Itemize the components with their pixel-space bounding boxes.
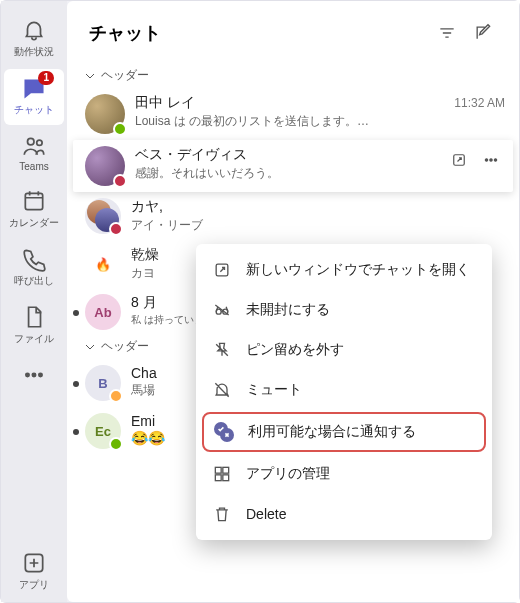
menu-notify-when-available[interactable]: 利用可能な場合に通知する xyxy=(202,412,486,452)
menu-label: 未開封にする xyxy=(246,301,330,319)
chat-time: 11:32 AM xyxy=(454,96,505,110)
compose-icon xyxy=(473,23,493,43)
chat-item[interactable]: カヤ, アイ・リーブ xyxy=(67,192,519,240)
apps-grid-icon xyxy=(212,464,232,484)
panel-header: チャット xyxy=(67,1,519,65)
rail-calls-label: 呼び出し xyxy=(14,274,54,288)
chat-name: ベス・デイヴィス xyxy=(135,146,429,164)
rail-apps[interactable]: アプリ xyxy=(4,544,64,602)
unpin-icon xyxy=(212,340,232,360)
rail-activity-label: 動作状況 xyxy=(14,45,54,59)
chat-item[interactable]: 田中 レイ11:32 AM Louisa は の最初のリストを送信します。… xyxy=(67,88,519,140)
filter-icon xyxy=(437,23,457,43)
avatar: Ec xyxy=(85,413,121,449)
svg-rect-15 xyxy=(223,467,229,473)
trash-icon xyxy=(212,504,232,524)
chat-name: 田中 レイ xyxy=(135,94,448,112)
section-label: ヘッダー xyxy=(101,338,149,355)
svg-point-1 xyxy=(37,140,42,145)
svg-point-3 xyxy=(26,373,29,376)
rail-apps-label: アプリ xyxy=(19,578,49,592)
menu-label: ピン留めを外す xyxy=(246,341,344,359)
chat-item-actions xyxy=(445,146,505,174)
presence-pair-icon xyxy=(214,422,234,442)
popout-icon xyxy=(450,151,468,169)
unread-dot-icon xyxy=(73,429,79,435)
rail-calls[interactable]: 呼び出し xyxy=(4,240,64,296)
chat-preview: アイ・リーブ xyxy=(131,217,505,234)
apps-icon xyxy=(21,550,47,576)
menu-label: Delete xyxy=(246,506,286,522)
rail-chat-label: チャット xyxy=(14,103,54,117)
svg-point-0 xyxy=(28,138,35,145)
menu-manage-apps[interactable]: アプリの管理 xyxy=(196,454,492,494)
app-root: 動作状況 1 チャット Teams カレンダー 呼び出し ファイル xyxy=(0,0,520,603)
more-icon xyxy=(482,151,500,169)
svg-point-4 xyxy=(32,373,35,376)
rail-chat[interactable]: 1 チャット xyxy=(4,69,64,125)
avatar xyxy=(85,146,125,186)
popout-button[interactable] xyxy=(445,146,473,174)
section-header-1[interactable]: ヘッダー xyxy=(67,65,519,88)
filter-button[interactable] xyxy=(429,15,465,51)
compose-button[interactable] xyxy=(465,15,501,51)
page-title: チャット xyxy=(89,21,429,45)
section-label: ヘッダー xyxy=(101,67,149,84)
chat-badge: 1 xyxy=(38,71,54,85)
calendar-icon xyxy=(21,188,47,214)
rail-teams-label: Teams xyxy=(19,161,48,172)
svg-rect-16 xyxy=(215,475,221,481)
menu-mark-unread[interactable]: 未開封にする xyxy=(196,290,492,330)
context-menu: 新しいウィンドウでチャットを開く 未開封にする ピン留めを外す ミュート 利用可… xyxy=(196,244,492,540)
menu-label: ミュート xyxy=(246,381,302,399)
menu-label: アプリの管理 xyxy=(246,465,330,483)
chevron-down-icon xyxy=(85,342,95,352)
avatar-initials: B xyxy=(98,376,107,391)
menu-unpin[interactable]: ピン留めを外す xyxy=(196,330,492,370)
popout-icon xyxy=(212,260,232,280)
chat-item-selected[interactable]: ベス・デイヴィス 感謝。それはいいだろう。 xyxy=(73,140,513,192)
nav-rail: 動作状況 1 チャット Teams カレンダー 呼び出し ファイル xyxy=(1,1,67,602)
svg-point-9 xyxy=(490,159,492,161)
avatar xyxy=(85,94,125,134)
bell-icon xyxy=(21,17,47,43)
rail-activity[interactable]: 動作状況 xyxy=(4,11,64,67)
more-button[interactable] xyxy=(477,146,505,174)
rail-calendar-label: カレンダー xyxy=(9,216,59,230)
chat-name: カヤ, xyxy=(131,198,505,216)
rail-files-label: ファイル xyxy=(14,332,54,346)
avatar-initials: Ec xyxy=(95,424,111,439)
chat-preview: Louisa は の最初のリストを送信します。… xyxy=(135,113,505,130)
presence-available-icon xyxy=(109,437,123,451)
presence-busy-icon xyxy=(113,174,127,188)
more-icon xyxy=(21,362,47,388)
glasses-icon xyxy=(212,300,232,320)
avatar: 🔥 xyxy=(85,246,121,282)
menu-mute[interactable]: ミュート xyxy=(196,370,492,410)
unread-dot-icon xyxy=(73,381,79,387)
svg-rect-14 xyxy=(215,467,221,473)
chevron-down-icon xyxy=(85,71,95,81)
svg-point-8 xyxy=(485,159,487,161)
svg-point-10 xyxy=(494,159,496,161)
presence-busy-icon xyxy=(109,222,123,236)
presence-away-icon xyxy=(109,389,123,403)
chat-preview: 感謝。それはいいだろう。 xyxy=(135,165,429,182)
rail-calendar[interactable]: カレンダー xyxy=(4,182,64,238)
menu-label: 利用可能な場合に通知する xyxy=(248,423,416,441)
unread-dot-icon xyxy=(73,310,79,316)
file-icon xyxy=(21,304,47,330)
rail-more[interactable] xyxy=(4,356,64,396)
menu-delete[interactable]: Delete xyxy=(196,494,492,534)
avatar-group xyxy=(85,198,121,234)
menu-open-new-window[interactable]: 新しいウィンドウでチャットを開く xyxy=(196,250,492,290)
svg-rect-2 xyxy=(25,193,42,209)
avatar: B xyxy=(85,365,121,401)
rail-teams[interactable]: Teams xyxy=(4,127,64,180)
menu-label: 新しいウィンドウでチャットを開く xyxy=(246,261,470,279)
presence-available-icon xyxy=(113,122,127,136)
phone-icon xyxy=(21,246,47,272)
rail-files[interactable]: ファイル xyxy=(4,298,64,354)
svg-point-5 xyxy=(39,373,42,376)
avatar: Ab xyxy=(85,294,121,330)
